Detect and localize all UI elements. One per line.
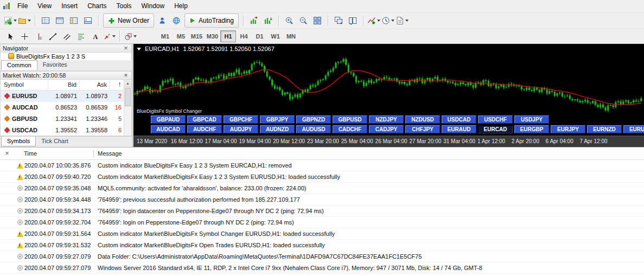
market-watch-row-usdcad[interactable]: USDCAD1.395521.395586 (1, 125, 131, 136)
scrollbar-thumb[interactable] (125, 88, 131, 106)
symbol-button-eurjpy[interactable]: EURJPY (551, 125, 585, 133)
timeframe-h1[interactable]: H1 (220, 30, 236, 42)
templates-button[interactable] (395, 14, 409, 27)
column-symbol[interactable]: Symbol (1, 80, 48, 90)
navigator-close-icon[interactable] (123, 45, 129, 52)
symbol-button-gbpcad[interactable]: GBPCAD (187, 115, 222, 124)
trendline-tool[interactable] (46, 30, 60, 42)
terminal-log-row[interactable]: 2020.04.07 09:59:40.720Custom indicator … (0, 171, 644, 183)
timeframe-h4[interactable]: H4 (236, 30, 252, 42)
chart-shift-toggle[interactable] (247, 14, 261, 27)
terminal-toggle[interactable] (81, 14, 95, 27)
symbol-button-nzdjpy[interactable]: NZDJPY (369, 115, 404, 124)
fibonacci-tool[interactable] (74, 30, 88, 42)
navigator-toggle[interactable] (67, 14, 81, 27)
timeframe-m1[interactable]: M1 (157, 30, 173, 42)
symbol-button-cadchf[interactable]: CADCHF (333, 125, 367, 133)
zoom-out-button[interactable] (296, 14, 310, 27)
indicators-button[interactable] (367, 14, 381, 27)
menu-item-file[interactable]: File (12, 1, 33, 11)
new-order-button[interactable]: New Order (103, 14, 154, 28)
symbol-button-eurnzd[interactable]: EURNZD (587, 125, 622, 133)
terminal-log-row[interactable]: 2020.04.07 09:59:27.079Data Folder: C:\U… (0, 251, 644, 262)
menu-item-help[interactable]: Help (169, 1, 193, 11)
menu-item-insert[interactable]: Insert (56, 1, 82, 11)
symbol-button-eurgbp[interactable]: EURGBP (514, 125, 549, 133)
text-tool[interactable]: A (88, 30, 102, 42)
terminal-close-icon[interactable] (0, 150, 14, 157)
terminal-log-row[interactable]: 2020.04.07 10:00:35.876Custom indicator … (0, 160, 644, 171)
market-watch-row-audcad[interactable]: AUDCAD0.865230.8653916 (1, 102, 131, 113)
terminal-log-row[interactable]: 2020.04.07 09:59:31.532Custom indicator … (0, 240, 644, 251)
timeframe-m15[interactable]: M15 (189, 30, 205, 42)
symbol-button-eurcad[interactable]: EURCAD (478, 125, 513, 133)
tab-tick-chart[interactable]: Tick Chart (36, 137, 74, 146)
expert-advisors-button[interactable] (155, 14, 169, 27)
symbol-button-usdchf[interactable]: USDCHF (478, 115, 513, 124)
terminal-column-message[interactable]: Message (94, 150, 122, 157)
chart-area[interactable]: EURCAD,H1 1.52067 1.52091 1.52050 1.5206… (133, 44, 644, 147)
terminal-log-row[interactable]: 2020.04.07 09:59:31.564Custom indicator … (0, 228, 644, 240)
symbol-button-usdjpy[interactable]: USDJPY (514, 115, 549, 124)
symbol-button-audjpy[interactable]: AUDJPY (224, 125, 258, 133)
terminal-log-row[interactable]: 2020.04.07 09:59:27.079IC Markets MT4 bu… (0, 274, 644, 276)
timeframe-m30[interactable]: M30 (205, 30, 220, 42)
column-bid[interactable]: Bid (48, 80, 80, 90)
arrows-tool[interactable] (102, 30, 116, 42)
navigator-item[interactable]: BlueDigitsFx Easy 1 2 3 S (16, 53, 85, 60)
tile-windows-button[interactable] (310, 14, 324, 27)
tab-common[interactable]: Common (1, 60, 37, 70)
menu-item-tools[interactable]: Tools (112, 1, 137, 11)
periods-button[interactable] (381, 14, 395, 27)
menu-item-charts[interactable]: Charts (82, 1, 111, 11)
community-globe-button[interactable] (169, 14, 183, 27)
symbol-button-gbpchf[interactable]: GBPCHF (224, 115, 258, 124)
timeframe-d1[interactable]: D1 (252, 30, 267, 42)
auto-scroll-toggle[interactable] (261, 14, 275, 27)
scroll-up-icon[interactable] (124, 80, 131, 87)
tab-symbols[interactable]: Symbols (1, 137, 36, 146)
symbol-button-audusd[interactable]: AUDUSD (296, 125, 331, 133)
arrange-windows-button[interactable] (346, 14, 360, 27)
equidistant-channel-tool[interactable] (60, 30, 74, 42)
timeframe-mn[interactable]: MN (283, 30, 299, 42)
new-chart-button[interactable] (3, 14, 17, 27)
shapes-tool[interactable] (123, 30, 137, 42)
terminal-log-row[interactable]: 2020.04.07 09:59:32.704'764959': login o… (0, 217, 644, 228)
symbol-button-audchf[interactable]: AUDCHF (187, 125, 222, 133)
chart-dropdown-icon[interactable] (137, 48, 141, 50)
terminal-log-row[interactable]: 2020.04.07 09:59:27.079Windows Server 20… (0, 262, 644, 274)
symbol-button-euraud[interactable]: EURAUD (442, 125, 476, 133)
symbol-button-chfjpy[interactable]: CHFJPY (405, 125, 440, 133)
market-watch-toggle[interactable] (39, 14, 53, 27)
terminal-log-row[interactable]: 2020.04.07 09:59:34.448'764959': previou… (0, 194, 644, 206)
symbol-button-audnzd[interactable]: AUDNZD (260, 125, 295, 133)
timeframe-m5[interactable]: M5 (173, 30, 189, 42)
menu-item-view[interactable]: View (33, 1, 56, 11)
market-watch-scrollbar[interactable] (124, 80, 131, 136)
symbol-button-gbpaud[interactable]: GBPAUD (151, 115, 186, 124)
zoom-in-button[interactable] (282, 14, 296, 27)
timeframe-w1[interactable]: W1 (267, 30, 283, 42)
terminal-column-time[interactable]: Time (14, 150, 93, 157)
tab-favorites[interactable]: Favorites (37, 60, 73, 69)
symbol-button-audcad[interactable]: AUDCAD (151, 125, 186, 133)
menu-item-window[interactable]: Window (137, 1, 170, 11)
market-watch-row-eurusd[interactable]: EURUSD1.089711.089732 (1, 91, 131, 102)
data-window-toggle[interactable] (53, 14, 67, 27)
column-ask[interactable]: Ask (80, 80, 110, 90)
symbol-button-cadjpy[interactable]: CADJPY (369, 125, 404, 133)
market-watch-close-icon[interactable] (123, 72, 129, 79)
symbol-button-usdcad[interactable]: USDCAD (442, 115, 476, 124)
symbol-button-gbpusd[interactable]: GBPUSD (333, 115, 367, 124)
cascade-windows-button[interactable] (331, 14, 346, 27)
market-watch-row-gbpusd[interactable]: GBPUSD1.233411.233465 (1, 113, 131, 125)
symbol-button-gbpjpy[interactable]: GBPJPY (260, 115, 295, 124)
profiles-button[interactable] (17, 14, 31, 27)
cursor-tool[interactable] (3, 30, 17, 42)
terminal-log-row[interactable]: 2020.04.07 09:59:35.048MQL5.community: a… (0, 183, 644, 194)
symbol-button-nzdusd[interactable]: NZDUSD (405, 115, 440, 124)
column-spread[interactable]: ! (110, 80, 124, 90)
crosshair-tool[interactable] (17, 30, 31, 42)
symbol-button-eurusd[interactable]: EURUSD (623, 125, 644, 133)
